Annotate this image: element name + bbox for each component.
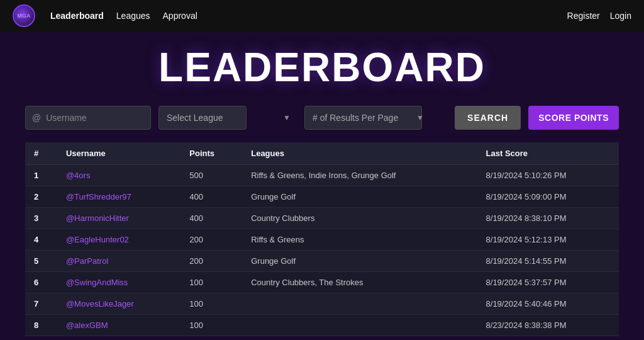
cell-last-score: 8/23/2024 8:38:38 PM [477, 315, 619, 336]
col-last-score: Last Score [477, 142, 619, 165]
cell-last-score: 8/19/2024 5:09:00 PM [477, 186, 619, 208]
cell-leagues: Country Clubbers [242, 208, 477, 229]
nav-link-leaderboard[interactable]: Leaderboard [50, 11, 104, 21]
league-select[interactable]: Select League [158, 106, 247, 130]
table-row: 3 @HarmonicHitter 400 Country Clubbers 8… [25, 208, 619, 229]
at-symbol: @ [32, 113, 41, 123]
username-link[interactable]: @HarmonicHitter [66, 213, 129, 223]
header-row: # Username Points Leagues Last Score [25, 142, 619, 165]
cell-last-score: 8/19/2024 5:14:55 PM [477, 251, 619, 272]
col-rank: # [25, 142, 57, 165]
table-row: 6 @SwingAndMiss 100 Country Clubbers, Th… [25, 272, 619, 293]
cell-leagues: Country Clubbers, The Strokes [242, 272, 477, 293]
nav-links: Leaderboard Leagues Approval [50, 10, 197, 21]
cell-last-score: 8/19/2024 8:38:10 PM [477, 208, 619, 229]
nav-left: MGA Leaderboard Leagues Approval [13, 4, 197, 27]
cell-points: 200 [180, 251, 242, 272]
cell-rank: 1 [25, 165, 57, 186]
cell-leagues: Grunge Golf [242, 251, 477, 272]
results-per-page-select-wrapper: # of Results Per Page ▼ [304, 106, 430, 130]
cell-points: 200 [180, 229, 242, 251]
logo: MGA [13, 4, 35, 27]
table-row: 4 @EagleHunter02 200 Riffs & Greens 8/19… [25, 229, 619, 251]
logo-text: MGA [18, 13, 31, 19]
page-title: LEADERBOARD [25, 44, 619, 91]
search-button[interactable]: SEARCH [455, 106, 521, 130]
table-header: # Username Points Leagues Last Score [25, 142, 619, 165]
table-row: 7 @MovesLikeJager 100 8/19/2024 5:40:46 … [25, 293, 619, 315]
cell-username: @EagleHunter02 [57, 229, 180, 251]
cell-points: 100 [180, 272, 242, 293]
cell-leagues [242, 293, 477, 315]
username-link[interactable]: @SwingAndMiss [66, 278, 128, 287]
username-link[interactable]: @alexGBM [66, 320, 108, 330]
col-leagues: Leagues [242, 142, 477, 165]
cell-username: @4ors [57, 165, 180, 186]
cell-leagues: Grunge Golf [242, 186, 477, 208]
username-link[interactable]: @TurfShredder97 [66, 192, 131, 201]
cell-username: @alexGBM [57, 315, 180, 336]
table-row: 2 @TurfShredder97 400 Grunge Golf 8/19/2… [25, 186, 619, 208]
col-username: Username [57, 142, 180, 165]
cell-username: @HarmonicHitter [57, 208, 180, 229]
cell-rank: 6 [25, 272, 57, 293]
cell-rank: 2 [25, 186, 57, 208]
table-row: 5 @ParPatrol 200 Grunge Golf 8/19/2024 5… [25, 251, 619, 272]
cell-rank: 7 [25, 293, 57, 315]
nav-auth: Register Login [567, 11, 631, 21]
cell-last-score: 8/19/2024 5:37:57 PM [477, 272, 619, 293]
chevron-down-icon: ▼ [283, 113, 291, 122]
nav-link-leagues[interactable]: Leagues [116, 11, 150, 21]
league-select-wrapper: Select League ▼ [158, 106, 297, 130]
login-link[interactable]: Login [610, 11, 631, 21]
username-input-wrapper: @ [25, 106, 151, 130]
cell-rank: 4 [25, 229, 57, 251]
cell-points: 100 [180, 293, 242, 315]
cell-username: @TurfShredder97 [57, 186, 180, 208]
cell-last-score: 8/19/2024 5:40:46 PM [477, 293, 619, 315]
cell-leagues: Riffs & Greens, Indie Irons, Grunge Golf [242, 165, 477, 186]
leaderboard-table: # Username Points Leagues Last Score 1 @… [25, 142, 619, 336]
results-per-page-select[interactable]: # of Results Per Page [304, 106, 422, 130]
cell-username: @MovesLikeJager [57, 293, 180, 315]
username-link[interactable]: @4ors [66, 171, 91, 180]
cell-leagues: Riffs & Greens [242, 229, 477, 251]
username-link[interactable]: @ParPatrol [66, 256, 108, 266]
cell-username: @ParPatrol [57, 251, 180, 272]
cell-rank: 5 [25, 251, 57, 272]
cell-last-score: 8/19/2024 5:12:13 PM [477, 229, 619, 251]
col-points: Points [180, 142, 242, 165]
navbar: MGA Leaderboard Leagues Approval Registe… [0, 0, 644, 31]
username-link[interactable]: @MovesLikeJager [66, 299, 134, 309]
controls-bar: @ Select League ▼ # of Results Per Page … [25, 106, 619, 130]
username-link[interactable]: @EagleHunter02 [66, 235, 129, 244]
username-input[interactable] [46, 113, 144, 123]
main-content: LEADERBOARD @ Select League ▼ # of Resul… [0, 31, 644, 340]
cell-leagues [242, 315, 477, 336]
register-link[interactable]: Register [567, 11, 600, 21]
cell-rank: 3 [25, 208, 57, 229]
cell-points: 400 [180, 208, 242, 229]
nav-link-approval[interactable]: Approval [163, 11, 197, 21]
score-points-button[interactable]: SCORE POINTS [528, 106, 619, 130]
cell-points: 100 [180, 315, 242, 336]
cell-username: @SwingAndMiss [57, 272, 180, 293]
cell-points: 500 [180, 165, 242, 186]
table-row: 8 @alexGBM 100 8/23/2024 8:38:38 PM [25, 315, 619, 336]
cell-rank: 8 [25, 315, 57, 336]
table-row: 1 @4ors 500 Riffs & Greens, Indie Irons,… [25, 165, 619, 186]
table-body: 1 @4ors 500 Riffs & Greens, Indie Irons,… [25, 165, 619, 336]
cell-last-score: 8/19/2024 5:10:26 PM [477, 165, 619, 186]
cell-points: 400 [180, 186, 242, 208]
